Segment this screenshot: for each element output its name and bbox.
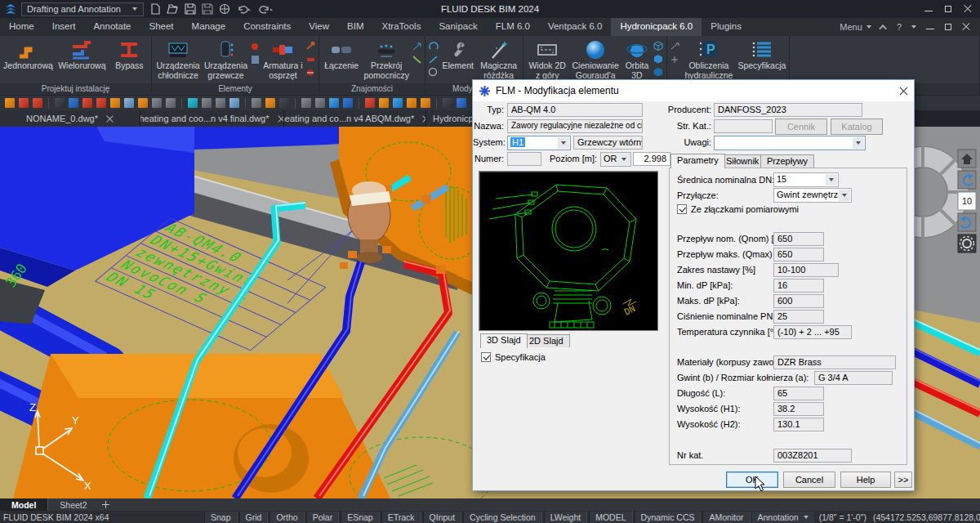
- cooling-devices-button[interactable]: Urządzenia chłodnicze: [154, 38, 202, 81]
- quick-tool-icon[interactable]: [55, 98, 65, 108]
- toggle-ortho[interactable]: Ortho: [270, 512, 304, 523]
- connect-button[interactable]: Łączenie: [322, 38, 361, 71]
- redo-icon[interactable]: [258, 3, 274, 15]
- przylacze-combo[interactable]: Gwint zewnętrzny: [773, 188, 852, 203]
- nav-home-button[interactable]: [958, 150, 976, 168]
- mini-tool-icon[interactable]: [250, 54, 261, 65]
- view-2d-top-button[interactable]: Widok 2D z góry: [526, 38, 568, 81]
- tab-sheet2[interactable]: Sheet2: [48, 498, 98, 511]
- nav-redo-button[interactable]: [958, 213, 976, 231]
- poziom-ref-combo[interactable]: OR: [600, 152, 631, 167]
- cube-icon[interactable]: [653, 41, 664, 51]
- orbit-3d-button[interactable]: Orbita 3D: [622, 38, 652, 81]
- gwint-field[interactable]: G 3/4 A: [814, 371, 893, 385]
- mini-tool-icon[interactable]: [428, 54, 439, 65]
- toggle-esnap[interactable]: ESnap: [341, 512, 380, 523]
- tab-silownik[interactable]: Siłownik: [719, 154, 765, 168]
- add-layout-button[interactable]: [99, 498, 114, 511]
- toggle-qinput[interactable]: QInput: [423, 512, 462, 523]
- fittings-button[interactable]: Armatura i osprzęt: [262, 38, 304, 81]
- quick-tool-icon[interactable]: [166, 98, 176, 108]
- quick-tool-icon[interactable]: [202, 98, 212, 108]
- undo-icon[interactable]: [236, 3, 252, 15]
- cennik-button[interactable]: Cennik: [775, 118, 827, 135]
- mini-tool-icon[interactable]: [305, 41, 316, 51]
- tab-flm[interactable]: FLM 6.0: [487, 18, 539, 36]
- tab-annotate[interactable]: Annotate: [84, 18, 140, 36]
- tab-bim[interactable]: BIM: [338, 18, 372, 36]
- document-tab[interactable]: heating and co...n v4 ABQM.dwg*: [284, 110, 426, 127]
- mini-tool-icon[interactable]: [305, 67, 316, 78]
- zakres-field[interactable]: 10-100: [773, 263, 839, 277]
- help-button[interactable]: Help: [840, 472, 891, 488]
- magic-wand-button[interactable]: Magiczna różdżka: [477, 38, 520, 81]
- quick-tool-icon[interactable]: [69, 98, 78, 108]
- dlugosc-field[interactable]: 65: [773, 387, 824, 400]
- quick-tool-icon[interactable]: [124, 98, 134, 108]
- tab-manage[interactable]: Manage: [183, 18, 235, 36]
- uwagi-combo[interactable]: [714, 136, 866, 150]
- tab-sanipack[interactable]: Sanipack: [430, 18, 486, 36]
- quick-tool-icon[interactable]: [421, 98, 430, 108]
- strkat-field[interactable]: [714, 119, 773, 133]
- quick-tool-icon[interactable]: [110, 98, 120, 108]
- tab-ventpack[interactable]: Ventpack 6.0: [539, 18, 612, 36]
- help-icon[interactable]: ?: [897, 22, 902, 32]
- tab-plugins[interactable]: Plugins: [702, 18, 751, 36]
- close-doc-button[interactable]: [962, 23, 970, 31]
- toggle-polar[interactable]: Polar: [306, 512, 340, 523]
- quick-tool-icon[interactable]: [5, 98, 15, 108]
- numer-field[interactable]: [507, 152, 541, 166]
- combo-arrow-icon[interactable]: [853, 137, 864, 149]
- combo-arrow-icon[interactable]: [839, 190, 850, 201]
- mini-tool-icon[interactable]: [412, 41, 422, 51]
- tab-hydronicpack[interactable]: Hydronicpack 6.0: [611, 18, 702, 36]
- toggle-cycling-selection[interactable]: Cycling Selection: [463, 512, 542, 523]
- combo-arrow-icon[interactable]: [826, 174, 837, 186]
- tab-insert[interactable]: Insert: [43, 18, 85, 36]
- nav-settings-button[interactable]: [958, 235, 976, 253]
- quick-tool-icon[interactable]: [265, 98, 275, 108]
- combo-arrow-icon[interactable]: [558, 137, 569, 149]
- quick-tool-icon[interactable]: [82, 98, 92, 108]
- pn-field[interactable]: 25: [773, 310, 824, 324]
- wysokosc-h1-field[interactable]: 38.2: [773, 402, 824, 416]
- qmax-field[interactable]: 650: [773, 248, 824, 262]
- menu-dropdown[interactable]: Menu: [840, 22, 871, 32]
- wysokosc-h2-field[interactable]: 130.1: [773, 418, 824, 431]
- tab-xtratools[interactable]: XtraTools: [372, 18, 430, 36]
- max-dp-field[interactable]: 600: [773, 294, 824, 308]
- toggle-snap[interactable]: Snap: [204, 512, 238, 523]
- quick-tool-icon[interactable]: [279, 98, 289, 108]
- quick-tool-icon[interactable]: [329, 98, 339, 108]
- print-icon[interactable]: [219, 3, 230, 15]
- toggle-dynamic-ccs[interactable]: Dynamic CCS: [635, 512, 702, 523]
- mini-tool-icon[interactable]: [428, 41, 439, 51]
- tab-parametry[interactable]: Parametry: [670, 154, 725, 168]
- quick-tool-icon[interactable]: [301, 98, 311, 108]
- restore-doc-button[interactable]: [944, 23, 952, 31]
- multi-pipe-button[interactable]: Wielorurową: [56, 38, 109, 71]
- quick-tool-icon[interactable]: [343, 98, 353, 108]
- specyfikacja-checkbox[interactable]: Specyfikacja: [481, 352, 546, 362]
- mini-tool-icon[interactable]: [250, 41, 261, 51]
- katalog-button[interactable]: Katalog: [831, 118, 883, 135]
- document-tab[interactable]: NONAME_0.dwg*: [0, 110, 140, 127]
- nav-zoom-level[interactable]: 10: [958, 192, 976, 210]
- toggle-amonitor[interactable]: AMonitor: [702, 512, 750, 523]
- minimize-button[interactable]: [924, 5, 933, 13]
- quick-tool-icon[interactable]: [138, 98, 148, 108]
- cube-icon[interactable]: [653, 67, 664, 78]
- mini-tool-icon[interactable]: [305, 54, 316, 65]
- dn-combo[interactable]: 15: [773, 172, 839, 187]
- tab-przeplywy[interactable]: Przepływy: [760, 154, 814, 168]
- tab-sheet[interactable]: Sheet: [140, 18, 183, 36]
- save-as-icon[interactable]: [202, 3, 213, 15]
- quick-tool-icon[interactable]: [152, 98, 162, 108]
- close-button[interactable]: [964, 5, 972, 13]
- typ-field[interactable]: AB-QM 4.0: [507, 103, 643, 117]
- tab-2d-slide[interactable]: 2D Slajd: [523, 334, 570, 347]
- combo-arrow-icon[interactable]: [618, 154, 630, 165]
- dialog-title-bar[interactable]: FLM - Modyfikacja elementu: [473, 80, 914, 101]
- producent-field[interactable]: DANFOSS_2023: [714, 103, 862, 117]
